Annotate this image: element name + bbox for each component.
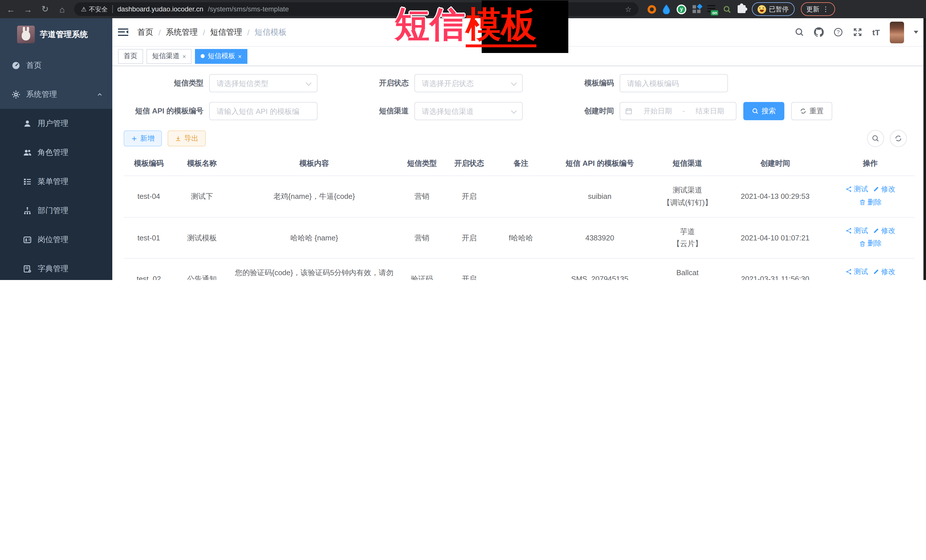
edit-link[interactable]: 修改 [873, 183, 896, 195]
delete-link[interactable]: 删除 [859, 238, 882, 249]
table-header-row: 模板编码 模板名称 模板内容 短信类型 开启状态 备注 短信 API 的模板编号… [124, 152, 915, 176]
col-header: 模板名称 [174, 152, 230, 176]
close-icon[interactable]: × [182, 53, 186, 60]
sidebar-item-label: 用户管理 [38, 118, 68, 128]
search-button[interactable]: 搜索 [743, 102, 784, 120]
extensions-puzzle-icon[interactable] [738, 5, 746, 13]
extension-grid-icon[interactable] [693, 5, 701, 14]
window-right-edge [923, 18, 926, 280]
start-date-placeholder: 开始日期 [636, 106, 679, 116]
test-link[interactable]: 测试 [845, 266, 868, 278]
edit-icon [873, 269, 879, 275]
table-row: test_02 公告通知 您的验证码{code}，该验证码5分钟内有效，请勿泄漏… [124, 258, 915, 280]
tab-sms-template[interactable]: 短信模板 × [195, 49, 247, 63]
trash-icon [859, 240, 866, 247]
col-header: 短信类型 [398, 152, 446, 176]
dictionary-icon [23, 264, 32, 273]
profile-paused-chip[interactable]: 已暂停 [752, 2, 794, 16]
page-content: 短信类型 开启状态 模板编码 [112, 66, 926, 280]
breadcrumb-sms[interactable]: 短信管理 [210, 27, 242, 37]
test-link[interactable]: 测试 [845, 225, 868, 236]
sidebar-item-home[interactable]: 首页 [0, 51, 112, 80]
collapse-sidebar-icon[interactable] [118, 28, 128, 36]
sidebar-item-departments[interactable]: 部门管理 [0, 196, 112, 225]
help-icon[interactable]: ? [834, 27, 843, 37]
delete-link[interactable]: 删除 [859, 196, 882, 208]
trash-icon [859, 199, 866, 206]
col-header: 开启状态 [445, 152, 493, 176]
sms-type-select[interactable] [209, 74, 318, 92]
back-icon[interactable]: ← [6, 4, 16, 14]
extension-pin-icon[interactable] [662, 4, 670, 14]
sidebar-item-label: 菜单管理 [38, 176, 68, 187]
reload-icon[interactable]: ↻ [40, 4, 50, 14]
font-size-icon[interactable]: tT [872, 28, 880, 37]
sidebar-item-label: 字典管理 [38, 264, 68, 274]
not-secure-warning[interactable]: ⚠ 不安全 [81, 5, 108, 14]
url-path: /system/sms/sms-template [208, 5, 289, 13]
home-icon[interactable]: ⌂ [57, 4, 67, 14]
extension-list-icon[interactable]: on [707, 5, 717, 14]
template-code-label: 模板编码 [534, 78, 620, 88]
breadcrumb-home[interactable]: 首页 [138, 27, 153, 37]
user-avatar[interactable] [890, 21, 904, 43]
col-header: 创建时间 [725, 152, 826, 176]
tab-sms-channel[interactable]: 短信渠道 × [147, 49, 192, 63]
sidebar-item-system[interactable]: 系统管理 [0, 80, 112, 109]
search-icon [752, 108, 759, 115]
channel-select[interactable] [415, 102, 523, 120]
sms-type-label: 短信类型 [124, 78, 209, 88]
extension-search-icon[interactable] [723, 5, 731, 14]
sidebar-item-users[interactable]: 用户管理 [0, 109, 112, 138]
edit-icon [873, 186, 879, 193]
app-title: 芋道管理系统 [40, 29, 88, 39]
sidebar-item-dictionary[interactable]: 字典管理 [0, 254, 112, 280]
forward-icon[interactable]: → [23, 4, 33, 14]
date-range-picker[interactable]: 开始日期 - 结束日期 [620, 102, 737, 120]
tab-home[interactable]: 首页 [118, 49, 143, 63]
extension-y-icon[interactable]: y [676, 4, 686, 14]
template-code-input[interactable] [620, 74, 728, 92]
delete-link[interactable]: 删除 [859, 279, 882, 280]
bookmark-star-icon[interactable]: ☆ [625, 5, 632, 14]
edit-link[interactable]: 修改 [873, 266, 896, 278]
user-icon [23, 119, 32, 128]
avatar-caret-icon[interactable] [914, 31, 918, 33]
export-button[interactable]: 导出 [168, 130, 206, 146]
sidebar-item-positions[interactable]: 岗位管理 [0, 225, 112, 254]
extension-ring-icon[interactable] [648, 5, 656, 14]
app-logo-row[interactable]: 芋道管理系统 [0, 18, 112, 51]
sidebar-item-menus[interactable]: 菜单管理 [0, 167, 112, 196]
update-chip[interactable]: 更新 ⋮ [800, 2, 835, 16]
add-button[interactable]: 新增 [124, 130, 162, 146]
sidebar-item-roles[interactable]: 角色管理 [0, 138, 112, 167]
refresh-table-button[interactable] [890, 130, 906, 147]
status-select[interactable] [415, 74, 523, 92]
close-icon[interactable]: × [238, 53, 242, 60]
sidebar-item-label: 首页 [26, 60, 42, 70]
edit-link[interactable]: 修改 [873, 225, 896, 236]
sidebar-item-label: 角色管理 [38, 147, 68, 157]
create-time-label: 创建时间 [534, 106, 620, 116]
sms-template-table: 模板编码 模板名称 模板内容 短信类型 开启状态 备注 短信 API 的模板编号… [124, 152, 915, 280]
browser-menu-icon[interactable]: ⋮ [822, 5, 829, 13]
show-search-button[interactable] [867, 130, 884, 147]
extension-icons: y on 已暂停 更新 ⋮ [648, 2, 835, 16]
sidebar-item-label: 岗位管理 [38, 234, 68, 245]
url-host: dashboard.yudao.iocoder.cn [117, 5, 203, 13]
channel-label: 短信渠道 [329, 106, 415, 116]
reset-button[interactable]: 重置 [791, 102, 832, 120]
github-icon[interactable] [814, 27, 824, 37]
annotation-text-1: 短信 [395, 5, 465, 44]
id-badge-icon [23, 235, 32, 244]
fullscreen-icon[interactable] [853, 27, 863, 37]
sidebar-item-label: 部门管理 [38, 205, 68, 216]
api-template-id-input[interactable] [209, 102, 318, 120]
download-icon [175, 135, 181, 142]
test-link[interactable]: 测试 [845, 183, 868, 195]
end-date-placeholder: 结束日期 [688, 106, 731, 116]
refresh-icon [800, 108, 806, 115]
search-icon[interactable] [795, 27, 805, 37]
share-icon [845, 186, 852, 193]
breadcrumb-system[interactable]: 系统管理 [166, 27, 198, 37]
